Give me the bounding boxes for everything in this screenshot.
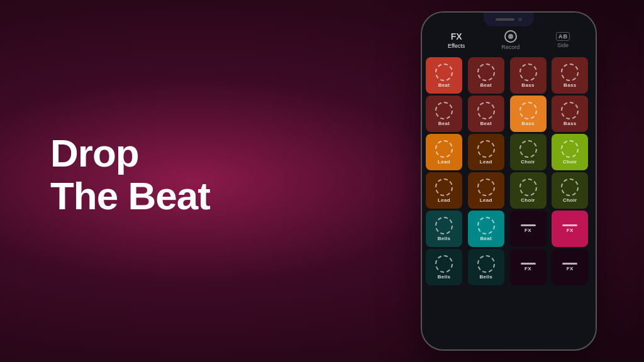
phone-screen: FX Effects Record AB Side Be [422, 13, 596, 349]
record-icon [504, 30, 517, 43]
pad-1[interactable]: Beat [468, 57, 504, 94]
pad-label: Bass [564, 82, 576, 88]
pad-ring [561, 63, 579, 81]
pad-ring [435, 178, 453, 196]
pad-label: Beat [438, 82, 450, 88]
hero-text: Drop The Beat [50, 132, 380, 217]
pad-10[interactable]: Choir [510, 134, 547, 170]
pad-17[interactable]: Beat [468, 211, 504, 247]
pad-ring [477, 140, 495, 158]
pad-14[interactable]: Choir [510, 172, 547, 209]
pad-9[interactable]: Lead [468, 134, 504, 170]
pad-label: Bells [438, 274, 451, 280]
pad-label: Beat [480, 236, 492, 241]
pad-label: Beat [480, 121, 492, 126]
phone-container: FX Effects Record AB Side Be [380, 0, 644, 362]
pad-ring [435, 102, 453, 119]
pad-ring [561, 178, 579, 196]
pad-18[interactable]: FX [510, 211, 547, 247]
pad-label: FX [567, 228, 574, 233]
hero-line1: Drop [50, 132, 380, 175]
record-label: Record [501, 44, 519, 50]
pad-ring [561, 102, 579, 119]
pad-label: Choir [563, 159, 577, 165]
pad-23[interactable]: FX [552, 249, 588, 285]
pad-label: Bass [564, 121, 576, 126]
pad-label: Beat [480, 82, 492, 88]
pad-ring [519, 178, 537, 196]
pad-ring [477, 255, 495, 273]
pad-20[interactable]: Bells [426, 249, 462, 285]
ab-icon: AB [556, 32, 570, 41]
pad-label: Lead [438, 197, 450, 203]
pad-6[interactable]: Bass [510, 96, 547, 132]
pad-ring [519, 102, 537, 119]
pad-22[interactable]: FX [510, 249, 547, 285]
pad-label: Beat [438, 121, 450, 126]
record-icon-dot [508, 34, 513, 39]
nav-effects[interactable]: FX Effects [448, 31, 465, 49]
pad-label: Lead [438, 159, 450, 165]
pad-4[interactable]: Beat [426, 96, 462, 132]
notch-dot [518, 18, 522, 21]
side-label: Side [557, 42, 569, 48]
pad-16[interactable]: Bells [426, 211, 462, 247]
pad-ring [477, 217, 495, 234]
pad-19[interactable]: FX [552, 211, 588, 247]
pad-21[interactable]: Bells [468, 249, 504, 285]
pad-label: Choir [521, 159, 535, 165]
pad-2[interactable]: Bass [510, 57, 547, 94]
pad-ring [477, 63, 495, 81]
pad-ring [519, 63, 537, 81]
pad-label: Bells [479, 274, 492, 280]
pad-ring [519, 140, 537, 158]
pad-fx-line [521, 263, 536, 265]
nav-side[interactable]: AB Side [556, 32, 570, 48]
pad-ring [435, 140, 453, 158]
pad-label: FX [525, 266, 531, 272]
pad-label: FX [525, 228, 531, 233]
pad-fx-line [562, 224, 577, 226]
pad-label: Bass [521, 121, 534, 126]
pad-label: Lead [480, 159, 492, 165]
pad-ring [435, 255, 453, 273]
pad-7[interactable]: Bass [552, 96, 588, 132]
pads-grid: BeatBeatBassBassBeatBeatBassBassLeadLead… [422, 55, 596, 289]
fx-icon: FX [451, 31, 462, 41]
pad-5[interactable]: Beat [468, 96, 504, 132]
pad-3[interactable]: Bass [552, 57, 588, 94]
pad-13[interactable]: Lead [468, 172, 504, 209]
pad-0[interactable]: Beat [426, 57, 462, 94]
pad-label: Lead [480, 197, 492, 203]
hero-section: Drop The Beat [0, 132, 380, 230]
pad-ring [435, 63, 453, 81]
pad-8[interactable]: Lead [426, 134, 462, 170]
pad-15[interactable]: Choir [552, 172, 588, 209]
pad-ring [477, 178, 495, 196]
pad-fx-line [562, 263, 577, 265]
hero-line2: The Beat [50, 175, 380, 217]
phone-notch [484, 13, 534, 26]
pad-label: FX [567, 266, 574, 272]
effects-label: Effects [448, 43, 465, 49]
pad-label: Bass [521, 82, 534, 88]
notch-bar [496, 18, 514, 21]
pad-ring [477, 102, 495, 119]
pad-12[interactable]: Lead [426, 172, 462, 209]
pad-fx-line [521, 224, 536, 226]
pad-ring [435, 217, 453, 234]
pad-11[interactable]: Choir [552, 134, 588, 170]
nav-record[interactable]: Record [501, 30, 519, 50]
pad-ring [561, 140, 579, 158]
phone-shell: FX Effects Record AB Side Be [421, 11, 597, 351]
pad-label: Bells [438, 236, 451, 241]
pad-label: Choir [521, 197, 535, 203]
pad-label: Choir [563, 197, 577, 203]
